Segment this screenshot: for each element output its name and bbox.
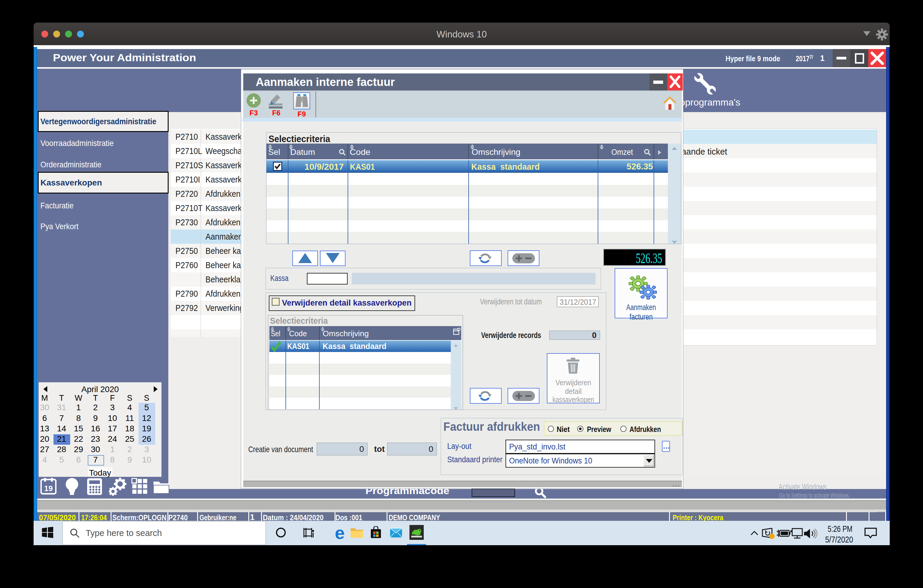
svg-text:19: 19 (44, 484, 53, 493)
